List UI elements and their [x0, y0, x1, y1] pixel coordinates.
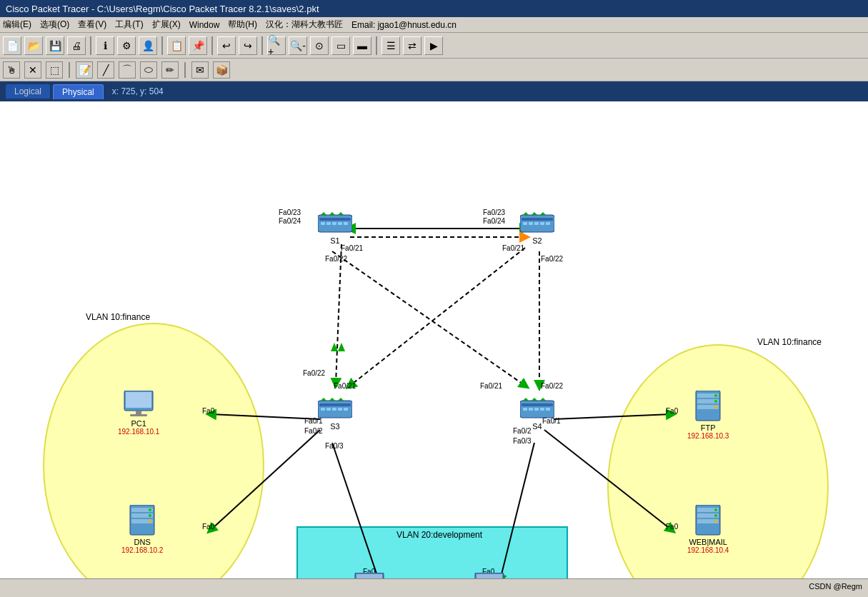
- sep6: [69, 62, 70, 78]
- s4-ftp: [554, 414, 672, 419]
- webmail-label: WEB|MAIL: [689, 538, 727, 546]
- tab-physical[interactable]: Physical: [53, 84, 104, 99]
- s4-nb2: [500, 443, 534, 578]
- paste-btn[interactable]: 📌: [189, 36, 207, 55]
- device-nb1[interactable]: NB1 192.168.20.1: [349, 573, 390, 578]
- menu-help[interactable]: 帮助(H): [228, 19, 257, 31]
- device-ftp[interactable]: FTP 192.168.10.3: [687, 391, 729, 440]
- svg-marker-32: [338, 398, 344, 401]
- switch-s1[interactable]: S1: [318, 212, 352, 245]
- switch-s2[interactable]: S2: [520, 212, 554, 245]
- pencil-btn[interactable]: ✏: [161, 61, 179, 79]
- svg-point-67: [714, 520, 717, 523]
- curve-btn[interactable]: ⌒: [119, 61, 136, 79]
- menu-view[interactable]: 查看(V): [78, 19, 106, 31]
- user-btn[interactable]: 👤: [139, 36, 157, 55]
- svg-marker-12: [338, 212, 344, 215]
- svg-rect-17: [534, 222, 539, 225]
- svg-point-66: [714, 514, 717, 517]
- port-s4-fa021: Fa0/21: [480, 382, 502, 390]
- svg-marker-20: [523, 212, 529, 215]
- menu-tools[interactable]: 工具(T): [115, 19, 143, 31]
- port-s1-fa023: Fa0/23: [279, 209, 301, 216]
- email-btn[interactable]: ✉: [191, 61, 209, 79]
- s1-s3-fa21-fa22: [336, 244, 341, 383]
- zoom-in-btn[interactable]: 🔍+: [267, 36, 286, 55]
- svg-rect-9: [344, 222, 348, 225]
- tab-logical[interactable]: Logical: [6, 84, 50, 99]
- port-s4-fa03: Fa0/3: [513, 437, 532, 445]
- note-btn[interactable]: 📝: [76, 61, 93, 79]
- s3-dns: [211, 430, 320, 530]
- rect-btn[interactable]: ▭: [331, 36, 350, 55]
- menu-window[interactable]: Window: [189, 20, 220, 30]
- undo-btn[interactable]: ↩: [217, 36, 236, 55]
- coordinates: x: 725, y: 504: [112, 86, 164, 96]
- switch-btn[interactable]: ⇄: [403, 36, 421, 55]
- switch-s4[interactable]: S4: [520, 398, 554, 431]
- select-btn[interactable]: ⬚: [46, 61, 63, 79]
- webmail-ip: 192.168.10.4: [687, 546, 729, 554]
- menu-email: Email: jgao1@hnust.edu.cn: [351, 20, 457, 30]
- svg-marker-21: [532, 212, 537, 215]
- config-btn[interactable]: ⚙: [117, 36, 136, 55]
- port-s3-fa021: Fa0/21: [334, 382, 356, 390]
- svg-rect-16: [529, 222, 533, 225]
- device-nb2[interactable]: NB2 192.168.20.2: [469, 573, 510, 578]
- port-webmail-fa0: Fa0: [666, 523, 678, 531]
- rect2-btn[interactable]: ▬: [353, 36, 371, 55]
- sep2: [161, 36, 163, 55]
- info-btn[interactable]: ℹ: [96, 36, 114, 55]
- svg-rect-19: [546, 222, 550, 225]
- svg-rect-5: [321, 222, 325, 225]
- device-dns[interactable]: DNS 192.168.10.2: [121, 505, 163, 554]
- arrow-s1-cross1: [338, 343, 345, 351]
- s2-s3-cross: [350, 248, 525, 386]
- svg-rect-15: [523, 222, 527, 225]
- port-s4-fa022: Fa0/22: [541, 382, 563, 390]
- redo-btn[interactable]: ↪: [239, 36, 257, 55]
- svg-point-60: [714, 406, 717, 408]
- save-btn[interactable]: 💾: [46, 36, 64, 55]
- zoom-out-btn[interactable]: 🔍-: [289, 36, 307, 55]
- copy-btn[interactable]: 📋: [167, 36, 186, 55]
- pc1-label: PC1: [131, 419, 146, 428]
- list-btn[interactable]: ☰: [381, 36, 400, 55]
- port-s1-fa021: Fa0/21: [341, 244, 363, 252]
- open-btn[interactable]: 📂: [24, 36, 43, 55]
- menu-edit[interactable]: 编辑(E): [3, 19, 31, 31]
- device-webmail[interactable]: WEB|MAIL 192.168.10.4: [687, 505, 729, 554]
- toolbar2: 🖱 ✕ ⬚ 📝 ╱ ⌒ ⬭ ✏ ✉ 📦: [0, 59, 868, 81]
- line-btn[interactable]: ╱: [97, 61, 114, 79]
- menu-extensions[interactable]: 扩展(X): [152, 19, 181, 31]
- sim-btn[interactable]: ▶: [424, 36, 443, 55]
- port-dns-fa0: Fa0: [202, 523, 214, 531]
- svg-point-65: [714, 508, 717, 511]
- svg-marker-41: [532, 398, 537, 401]
- device-pc1[interactable]: PC1 192.168.10.1: [118, 391, 159, 436]
- menu-options[interactable]: 选项(O): [40, 19, 69, 31]
- zoom-reset-btn[interactable]: ⊙: [310, 36, 329, 55]
- print-btn[interactable]: 🖨: [67, 36, 86, 55]
- svg-marker-22: [540, 212, 546, 215]
- port-s2-fa021: Fa0/21: [502, 244, 524, 252]
- svg-marker-11: [329, 212, 335, 215]
- pdu-btn[interactable]: 📦: [213, 61, 230, 79]
- tab-bar: Logical Physical x: 725, y: 504: [0, 81, 868, 101]
- sep3: [211, 36, 213, 55]
- title-text: Cisco Packet Tracer - C:\Users\Regm\Cisc…: [6, 4, 319, 14]
- oval-btn[interactable]: ⬭: [140, 61, 157, 79]
- svg-marker-31: [329, 398, 335, 401]
- svg-rect-27: [332, 408, 336, 411]
- svg-rect-45: [136, 411, 141, 414]
- svg-rect-39: [546, 408, 550, 411]
- cursor-btn[interactable]: 🖱: [3, 61, 20, 79]
- svg-rect-28: [338, 408, 342, 411]
- new-btn[interactable]: 📄: [3, 36, 21, 55]
- port-s3-fa022: Fa0/22: [303, 369, 325, 377]
- svg-rect-37: [534, 408, 539, 411]
- delete-btn[interactable]: ✕: [24, 61, 41, 79]
- canvas-area[interactable]: VLAN 10:finance VLAN 10:finance VLAN 20:…: [0, 101, 868, 578]
- switch-s3[interactable]: S3: [318, 398, 352, 431]
- svg-rect-26: [326, 408, 331, 411]
